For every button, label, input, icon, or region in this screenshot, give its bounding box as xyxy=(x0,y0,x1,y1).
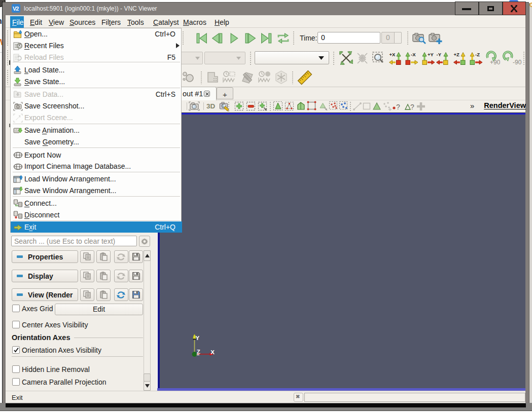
svg-text:-Z: -Z xyxy=(475,52,480,57)
svg-text:-Y: -Y xyxy=(437,52,442,57)
svg-text:-90: -90 xyxy=(513,59,522,65)
svg-text:+Y: +Y xyxy=(428,52,434,57)
svg-text:+X: +X xyxy=(389,52,396,57)
svg-text:?: ? xyxy=(410,103,414,111)
svg-text:Z: Z xyxy=(197,349,200,355)
svg-text:+Z: +Z xyxy=(454,52,460,57)
svg-text:X: X xyxy=(210,349,215,355)
svg-text:?: ? xyxy=(396,103,400,111)
svg-text:-X: -X xyxy=(411,52,416,57)
svg-text:Y: Y xyxy=(196,335,200,341)
svg-text:+90: +90 xyxy=(490,59,500,65)
